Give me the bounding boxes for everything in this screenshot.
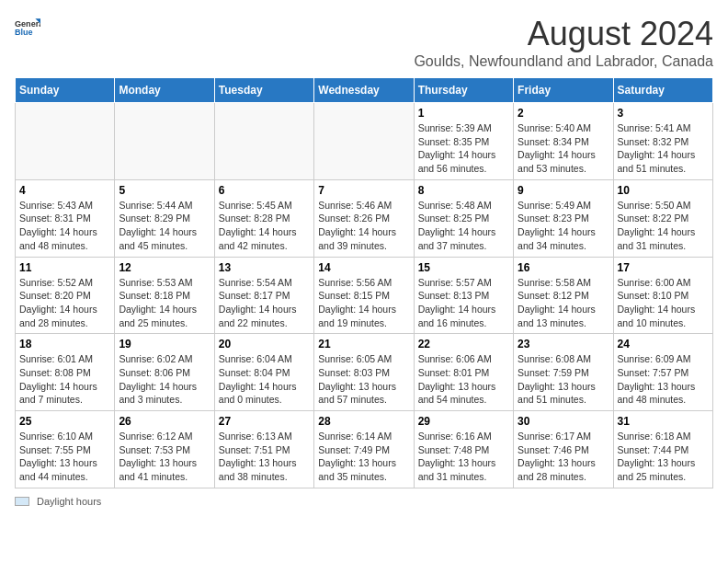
calendar-day-header: Tuesday xyxy=(214,78,313,103)
day-number: 13 xyxy=(219,261,310,274)
day-info: Sunrise: 6:01 AM Sunset: 8:08 PM Dayligh… xyxy=(19,352,110,407)
calendar-day-cell: 5Sunrise: 5:44 AM Sunset: 8:29 PM Daylig… xyxy=(115,179,214,257)
calendar-day-header: Saturday xyxy=(613,78,712,103)
day-info: Sunrise: 5:40 AM Sunset: 8:34 PM Dayligh… xyxy=(518,121,609,176)
calendar-footer: Daylight hours xyxy=(15,496,713,507)
day-info: Sunrise: 5:43 AM Sunset: 8:31 PM Dayligh… xyxy=(19,199,110,253)
calendar-day-cell: 17Sunrise: 6:00 AM Sunset: 8:10 PM Dayli… xyxy=(613,257,712,334)
calendar-day-cell: 9Sunrise: 5:49 AM Sunset: 8:23 PM Daylig… xyxy=(514,179,613,257)
calendar-day-cell: 31Sunrise: 6:18 AM Sunset: 7:44 PM Dayli… xyxy=(613,411,712,488)
day-number: 1 xyxy=(418,107,509,120)
calendar-day-cell: 29Sunrise: 6:16 AM Sunset: 7:48 PM Dayli… xyxy=(414,411,513,488)
day-number: 14 xyxy=(318,261,409,274)
day-number: 29 xyxy=(418,415,509,428)
calendar-day-header: Sunday xyxy=(16,78,115,103)
calendar-week-row: 11Sunrise: 5:52 AM Sunset: 8:20 PM Dayli… xyxy=(16,257,713,334)
daylight-legend-label: Daylight hours xyxy=(37,496,101,507)
calendar-day-cell: 15Sunrise: 5:57 AM Sunset: 8:13 PM Dayli… xyxy=(414,257,513,334)
day-info: Sunrise: 6:04 AM Sunset: 8:04 PM Dayligh… xyxy=(219,352,310,407)
day-info: Sunrise: 6:00 AM Sunset: 8:10 PM Dayligh… xyxy=(618,276,709,330)
day-info: Sunrise: 6:18 AM Sunset: 7:44 PM Dayligh… xyxy=(618,430,709,484)
day-info: Sunrise: 6:17 AM Sunset: 7:46 PM Dayligh… xyxy=(518,430,609,484)
calendar-day-cell: 20Sunrise: 6:04 AM Sunset: 8:04 PM Dayli… xyxy=(214,334,313,411)
day-number: 31 xyxy=(618,415,709,428)
day-number: 22 xyxy=(418,338,509,350)
day-number: 6 xyxy=(219,184,310,197)
calendar-day-header: Friday xyxy=(514,78,613,103)
day-number: 30 xyxy=(518,415,609,428)
calendar-day-cell xyxy=(16,103,115,180)
day-number: 9 xyxy=(518,184,609,197)
calendar-week-row: 25Sunrise: 6:10 AM Sunset: 7:55 PM Dayli… xyxy=(16,411,713,488)
main-title: August 2024 xyxy=(414,15,713,53)
day-number: 23 xyxy=(518,338,609,350)
calendar-week-row: 1Sunrise: 5:39 AM Sunset: 8:35 PM Daylig… xyxy=(16,103,713,180)
day-number: 8 xyxy=(418,184,509,197)
day-info: Sunrise: 5:45 AM Sunset: 8:28 PM Dayligh… xyxy=(219,199,310,253)
day-number: 15 xyxy=(418,261,509,274)
calendar-day-cell: 19Sunrise: 6:02 AM Sunset: 8:06 PM Dayli… xyxy=(115,334,214,411)
calendar-day-cell: 23Sunrise: 6:08 AM Sunset: 7:59 PM Dayli… xyxy=(514,334,613,411)
day-number: 4 xyxy=(19,184,110,197)
day-info: Sunrise: 6:12 AM Sunset: 7:53 PM Dayligh… xyxy=(119,430,210,484)
day-info: Sunrise: 5:52 AM Sunset: 8:20 PM Dayligh… xyxy=(19,276,110,330)
day-number: 10 xyxy=(618,184,709,197)
calendar-day-cell: 8Sunrise: 5:48 AM Sunset: 8:25 PM Daylig… xyxy=(414,179,513,257)
svg-text:Blue: Blue xyxy=(15,28,33,37)
calendar-day-cell: 4Sunrise: 5:43 AM Sunset: 8:31 PM Daylig… xyxy=(16,179,115,257)
calendar-day-cell: 26Sunrise: 6:12 AM Sunset: 7:53 PM Dayli… xyxy=(115,411,214,488)
calendar-day-cell: 13Sunrise: 5:54 AM Sunset: 8:17 PM Dayli… xyxy=(214,257,313,334)
calendar-week-row: 18Sunrise: 6:01 AM Sunset: 8:08 PM Dayli… xyxy=(16,334,713,411)
day-number: 28 xyxy=(318,415,409,428)
day-number: 2 xyxy=(518,107,609,120)
day-number: 17 xyxy=(618,261,709,274)
day-number: 21 xyxy=(318,338,409,350)
day-number: 11 xyxy=(19,261,110,274)
calendar-day-cell: 25Sunrise: 6:10 AM Sunset: 7:55 PM Dayli… xyxy=(16,411,115,488)
calendar-day-cell xyxy=(314,103,414,180)
day-number: 20 xyxy=(219,338,310,350)
calendar-day-cell: 3Sunrise: 5:41 AM Sunset: 8:32 PM Daylig… xyxy=(613,103,712,180)
day-number: 3 xyxy=(618,107,709,120)
day-number: 19 xyxy=(119,338,210,350)
subtitle: Goulds, Newfoundland and Labrador, Canad… xyxy=(414,53,713,70)
calendar-header-row: SundayMondayTuesdayWednesdayThursdayFrid… xyxy=(16,78,713,103)
day-info: Sunrise: 5:39 AM Sunset: 8:35 PM Dayligh… xyxy=(418,121,509,176)
calendar-day-header: Thursday xyxy=(414,78,513,103)
day-info: Sunrise: 6:13 AM Sunset: 7:51 PM Dayligh… xyxy=(219,430,310,484)
day-number: 5 xyxy=(119,184,210,197)
calendar-week-row: 4Sunrise: 5:43 AM Sunset: 8:31 PM Daylig… xyxy=(16,179,713,257)
calendar-day-cell xyxy=(115,103,214,180)
day-number: 25 xyxy=(19,415,110,428)
calendar-day-cell: 10Sunrise: 5:50 AM Sunset: 8:22 PM Dayli… xyxy=(613,179,712,257)
day-info: Sunrise: 6:16 AM Sunset: 7:48 PM Dayligh… xyxy=(418,430,509,484)
title-area: August 2024 Goulds, Newfoundland and Lab… xyxy=(414,15,713,70)
day-info: Sunrise: 5:44 AM Sunset: 8:29 PM Dayligh… xyxy=(119,199,210,253)
calendar-day-cell: 12Sunrise: 5:53 AM Sunset: 8:18 PM Dayli… xyxy=(115,257,214,334)
day-number: 7 xyxy=(318,184,409,197)
day-info: Sunrise: 5:49 AM Sunset: 8:23 PM Dayligh… xyxy=(518,199,609,253)
calendar-day-cell: 11Sunrise: 5:52 AM Sunset: 8:20 PM Dayli… xyxy=(16,257,115,334)
day-info: Sunrise: 5:57 AM Sunset: 8:13 PM Dayligh… xyxy=(418,276,509,330)
day-info: Sunrise: 6:08 AM Sunset: 7:59 PM Dayligh… xyxy=(518,352,609,407)
calendar-day-cell: 2Sunrise: 5:40 AM Sunset: 8:34 PM Daylig… xyxy=(514,103,613,180)
calendar-day-cell: 24Sunrise: 6:09 AM Sunset: 7:57 PM Dayli… xyxy=(613,334,712,411)
calendar-day-cell: 21Sunrise: 6:05 AM Sunset: 8:03 PM Dayli… xyxy=(314,334,414,411)
calendar-day-cell: 30Sunrise: 6:17 AM Sunset: 7:46 PM Dayli… xyxy=(514,411,613,488)
calendar-day-header: Wednesday xyxy=(314,78,414,103)
day-info: Sunrise: 5:54 AM Sunset: 8:17 PM Dayligh… xyxy=(219,276,310,330)
day-info: Sunrise: 6:06 AM Sunset: 8:01 PM Dayligh… xyxy=(418,352,509,407)
day-number: 27 xyxy=(219,415,310,428)
day-info: Sunrise: 5:41 AM Sunset: 8:32 PM Dayligh… xyxy=(618,121,709,176)
calendar-day-cell: 16Sunrise: 5:58 AM Sunset: 8:12 PM Dayli… xyxy=(514,257,613,334)
calendar-table: SundayMondayTuesdayWednesdayThursdayFrid… xyxy=(15,77,713,488)
day-info: Sunrise: 6:10 AM Sunset: 7:55 PM Dayligh… xyxy=(19,430,110,484)
logo-icon: General Blue xyxy=(15,15,40,40)
calendar-day-header: Monday xyxy=(115,78,214,103)
svg-text:General: General xyxy=(15,19,40,29)
day-info: Sunrise: 5:48 AM Sunset: 8:25 PM Dayligh… xyxy=(418,199,509,253)
calendar-day-cell xyxy=(214,103,313,180)
day-info: Sunrise: 5:46 AM Sunset: 8:26 PM Dayligh… xyxy=(318,199,409,253)
logo: General Blue xyxy=(15,15,40,40)
day-info: Sunrise: 5:50 AM Sunset: 8:22 PM Dayligh… xyxy=(618,199,709,253)
